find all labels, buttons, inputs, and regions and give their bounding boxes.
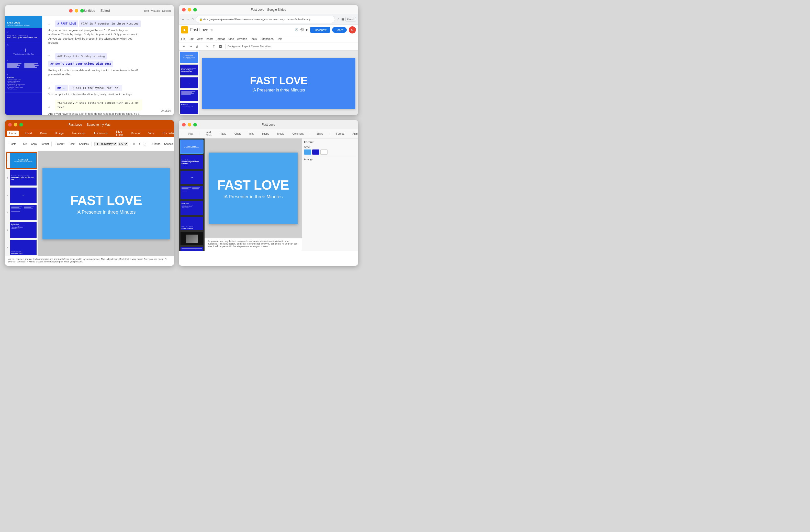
kn-share-button[interactable]: Share xyxy=(314,131,325,136)
background-label[interactable]: Background xyxy=(228,45,241,48)
kn-style-option-1[interactable] xyxy=(304,149,311,154)
bold-button[interactable]: B xyxy=(132,142,137,146)
kn-animate-button[interactable]: Animate xyxy=(351,131,358,136)
kn-style-options[interactable] xyxy=(304,149,356,154)
pp-main-canvas[interactable]: FAST LOVE iA Presenter in three Minutes xyxy=(43,168,170,239)
cursor-icon[interactable]: ↖ xyxy=(204,44,210,49)
pp-tab-home[interactable]: Home xyxy=(7,131,19,136)
gs-close-button[interactable] xyxy=(182,8,185,12)
sidebar-slide-1[interactable]: 1 FAST LOVE iA Presenter in three Minute… xyxy=(5,16,42,28)
new-slide-button[interactable]: Layout▾ xyxy=(54,142,66,146)
kn-slide-thumb-1[interactable]: FAST LOVE iA Presenter in three Minutes xyxy=(180,139,204,154)
layout-label[interactable]: Layout xyxy=(242,45,250,48)
pp-tab-draw[interactable]: Draw xyxy=(38,131,49,136)
menu-arrange[interactable]: Arrange xyxy=(237,37,247,40)
gs-slide-thumb-5[interactable]: Bullet lists – Increase cognitive load –… xyxy=(180,103,198,114)
print-icon[interactable]: 🖨 xyxy=(194,44,200,49)
redo-icon[interactable]: ↪ xyxy=(188,44,193,49)
pp-notes-area[interactable]: As you can see, regular text paragraphs … xyxy=(5,256,174,266)
section-button[interactable]: Section▾ xyxy=(78,142,90,146)
menu-slide[interactable]: Slide xyxy=(228,37,234,40)
gs-slide-thumb-2[interactable]: Easy like Sunday morning Don't stuff you… xyxy=(180,64,198,76)
menu-format[interactable]: Format xyxy=(216,37,225,40)
pp-slide-thumb-6[interactable]: 6 Write it, cut it, paste it Focus On st… xyxy=(6,239,37,255)
pp-minimize-button[interactable] xyxy=(14,123,17,127)
paste-button[interactable]: Paste xyxy=(8,142,18,146)
pp-slide-thumb-1[interactable]: 1 FAST LOVE iA Presenter in three Minute… xyxy=(6,152,37,169)
close-button[interactable] xyxy=(69,9,72,13)
pp-tab-insert[interactable]: Insert xyxy=(23,131,34,136)
kn-table-button[interactable]: Table xyxy=(218,131,228,136)
bookmark-icon[interactable]: ☆ xyxy=(337,18,340,21)
kn-chart-button[interactable]: Chart xyxy=(232,131,243,136)
undo-icon[interactable]: ↩ xyxy=(181,44,187,49)
user-avatar[interactable]: G xyxy=(349,26,356,33)
forward-icon[interactable]: → xyxy=(186,17,190,21)
reset-button[interactable]: Reset xyxy=(67,142,77,146)
kn-text-button[interactable]: Text xyxy=(247,131,256,136)
pp-tab-transitions[interactable]: Transitions xyxy=(70,131,87,136)
comment-icon[interactable]: 💬 xyxy=(301,28,304,31)
shapes-button[interactable]: Shapes xyxy=(163,142,174,146)
present-icon[interactable]: ▶ xyxy=(306,28,308,31)
kn-slide-thumb-3[interactable]: → xyxy=(180,170,204,184)
traffic-lights-3[interactable] xyxy=(8,123,23,127)
gs-slide-thumb-3[interactable]: → xyxy=(180,77,198,88)
menu-view[interactable]: View xyxy=(197,37,203,40)
sidebar-slide-3[interactable]: 3 →| (This is the symbol for Tab) xyxy=(5,42,42,57)
gs-doc-title[interactable]: Fast Love xyxy=(190,28,208,32)
kn-style-option-2[interactable] xyxy=(312,149,319,154)
pp-maximize-button[interactable] xyxy=(19,123,23,127)
traffic-lights-2[interactable] xyxy=(182,8,197,12)
text-mode-icon[interactable]: Text xyxy=(144,9,149,12)
gs-slide-thumb-1[interactable]: FAST LOVE iA Presenter in three Minutes xyxy=(180,52,198,63)
kn-slide-thumb-4[interactable] xyxy=(180,185,204,200)
menu-help[interactable]: Help xyxy=(277,37,282,40)
picture-button[interactable]: Picture xyxy=(151,142,162,146)
cut-button[interactable]: Cut xyxy=(22,142,29,146)
kn-slide-thumb-7[interactable] xyxy=(180,232,204,246)
sidebar-slide-4[interactable]: 4 xyxy=(5,57,42,71)
kn-close-button[interactable] xyxy=(182,123,185,127)
pp-slide-thumb-4[interactable]: 4 xyxy=(6,204,37,221)
minimize-button[interactable] xyxy=(75,9,78,13)
theme-label[interactable]: Theme xyxy=(251,45,259,48)
slideshow-button[interactable]: Slideshow xyxy=(310,27,330,33)
maximize-button[interactable] xyxy=(80,9,84,13)
transition-label[interactable]: Transition xyxy=(260,45,271,48)
kn-add-slide-button[interactable]: Add Slide xyxy=(204,130,214,138)
font-family-select[interactable]: PF Pro Display xyxy=(94,142,117,146)
menu-edit[interactable]: Edit xyxy=(189,37,194,40)
pp-tab-review[interactable]: Review xyxy=(129,131,142,136)
pp-tab-slideshow[interactable]: Slide Show xyxy=(114,129,125,137)
format-button[interactable]: Format xyxy=(39,142,51,146)
ia-writer-editor[interactable]: 1 # FAST LOVE #### iA Presenter in three… xyxy=(42,16,174,115)
refresh-icon[interactable]: ↻ xyxy=(191,17,194,21)
kn-main-canvas[interactable]: FAST LOVE iA Presenter in three Minutes xyxy=(209,152,297,224)
underline-button[interactable]: U xyxy=(142,142,147,146)
kn-minimize-button[interactable] xyxy=(188,123,191,127)
pp-tab-design[interactable]: Design xyxy=(53,131,66,136)
menu-insert[interactable]: Insert xyxy=(206,37,213,40)
pp-slide-thumb-5[interactable]: 5 Bullet lists – Increase cognitive load… xyxy=(6,222,37,238)
pp-slide-thumb-2[interactable]: 2 Easy like Sunday morning Don't stuff y… xyxy=(6,170,37,186)
menu-tools[interactable]: Tools xyxy=(250,37,257,40)
kn-style-option-3[interactable] xyxy=(320,149,327,154)
back-icon[interactable]: ← xyxy=(181,17,184,21)
pp-slide-thumb-3[interactable]: 3 → xyxy=(6,187,37,203)
kn-slide-thumb-6[interactable]: Write it, cut it, paste it Focus On stor… xyxy=(180,216,204,231)
pp-tab-view[interactable]: View xyxy=(146,131,157,136)
url-bar[interactable]: 🔒 docs.google.com/presentation/d/eT-NcHr… xyxy=(196,16,335,23)
kn-media-button[interactable]: Media xyxy=(275,131,286,136)
kn-format-button[interactable]: Format xyxy=(334,131,346,136)
kn-notes-area[interactable]: As you can see, regular text paragraphs … xyxy=(205,238,302,251)
pp-close-button[interactable] xyxy=(8,123,12,127)
kn-slide-thumb-2[interactable]: Easy like Sunday morning Don't stuff you… xyxy=(180,155,204,169)
kn-maximize-button[interactable] xyxy=(193,123,197,127)
star-icon[interactable]: ☆ xyxy=(210,28,213,32)
menu-file[interactable]: File xyxy=(181,37,185,40)
kn-shape-button[interactable]: Shape xyxy=(260,131,271,136)
image-tool-icon[interactable]: 🖼 xyxy=(217,44,223,49)
gs-main-canvas[interactable]: FAST LOVE iA Presenter in three Minutes xyxy=(202,58,355,109)
pp-tab-recording[interactable]: Recording xyxy=(161,131,174,136)
